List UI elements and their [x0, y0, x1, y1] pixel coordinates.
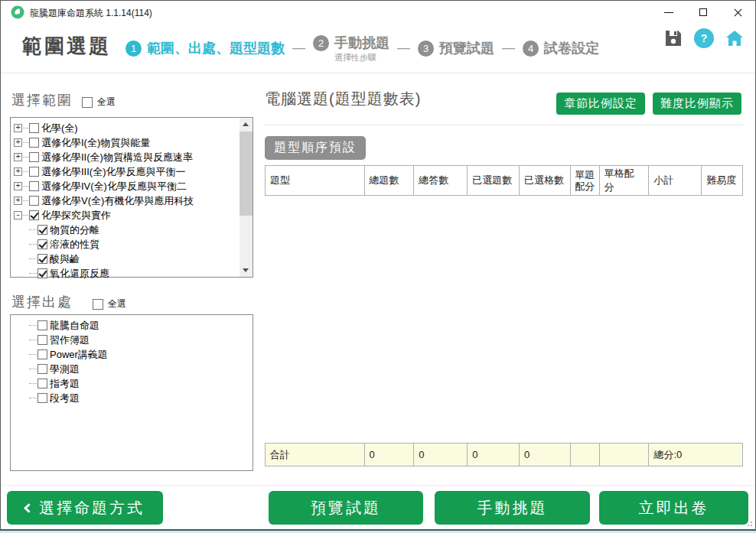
step-separator: —: [502, 38, 515, 58]
tree-item[interactable]: - 化學探究與實作: [14, 208, 237, 223]
totals-row: 合計 0 0 0 0 總分:0: [265, 443, 743, 466]
scope-select-all[interactable]: 全選: [82, 96, 116, 109]
checkbox[interactable]: [29, 167, 39, 177]
step-3-label: 預覽試題: [439, 38, 494, 58]
source-select-all[interactable]: 全選: [93, 297, 126, 310]
tree-item[interactable]: + 選修化學III(全)化學反應與平衡一: [14, 164, 237, 179]
close-button[interactable]: [721, 1, 755, 24]
expand-icon[interactable]: +: [14, 124, 22, 132]
expand-icon[interactable]: +: [14, 182, 22, 190]
selected-cells: 0: [520, 444, 571, 466]
minimize-button[interactable]: [652, 1, 686, 24]
checkbox[interactable]: [37, 335, 47, 345]
source-section-title: 選擇出處: [11, 293, 73, 311]
resize-grip[interactable]: [746, 520, 752, 526]
expand-icon[interactable]: +: [14, 138, 22, 147]
per-cell-score: [600, 444, 650, 466]
column-header: 總題數: [365, 166, 415, 195]
tree-item[interactable]: 酸與鹼: [14, 252, 237, 266]
tree-item[interactable]: + 化學(全): [14, 121, 237, 135]
manual-pick-button[interactable]: 手動挑題: [435, 491, 590, 525]
checkbox[interactable]: [37, 364, 47, 374]
total-questions: 0: [365, 444, 415, 466]
scrollbar[interactable]: [240, 118, 253, 277]
expand-icon[interactable]: +: [14, 167, 22, 176]
step-separator: —: [397, 38, 410, 58]
titlebar: 龍騰題庫命題系統 1.1.14(114): [1, 1, 755, 24]
tree-item[interactable]: + 選修化學I(全)物質與能量: [14, 135, 237, 150]
checkbox[interactable]: [37, 393, 47, 403]
select-all-label: 全選: [108, 297, 126, 310]
checkbox[interactable]: [29, 210, 39, 220]
tree-item[interactable]: 氧化還原反應: [14, 266, 237, 281]
window-controls: [652, 1, 755, 24]
list-item[interactable]: 龍騰自命題: [14, 318, 249, 333]
scroll-up-icon[interactable]: [240, 118, 253, 131]
checkbox[interactable]: [82, 97, 93, 108]
step-1-label: 範圍、出處、題型題數: [147, 38, 285, 58]
checkbox[interactable]: [93, 299, 103, 310]
help-icon[interactable]: ?: [694, 28, 714, 48]
list-item[interactable]: 學測題: [14, 362, 249, 376]
difficulty-ratio-button[interactable]: 難度比例顯示: [653, 93, 741, 115]
tree-item[interactable]: + 選修化學V(全)有機化學與應用科技: [14, 193, 237, 208]
minimize-icon: [664, 12, 673, 13]
column-header: 題型: [266, 166, 365, 195]
tree-item[interactable]: 物質的分離: [14, 223, 237, 237]
step-3: 3 預覽試題: [418, 38, 494, 58]
step-3-number: 3: [418, 41, 434, 57]
checkbox[interactable]: [29, 152, 39, 162]
checkbox[interactable]: [37, 349, 47, 359]
tree-item[interactable]: + 選修化學II(全)物質構造與反應速率: [14, 150, 237, 164]
chapter-ratio-button[interactable]: 章節比例設定: [556, 93, 645, 115]
total-answers: 0: [414, 444, 468, 466]
app-title: 龍騰題庫命題系統 1.1.14(114): [30, 7, 152, 20]
maximize-button[interactable]: [686, 1, 721, 24]
list-item[interactable]: 指考題: [14, 376, 249, 391]
checkbox[interactable]: [37, 320, 47, 330]
column-header: 難易度: [702, 166, 742, 195]
checkbox[interactable]: [37, 268, 47, 278]
checkbox[interactable]: [37, 225, 47, 235]
home-icon[interactable]: [725, 28, 745, 48]
table-header-row: 題型 總題數 總答數 已選題數 已選格數 單題配分 單格配分 小計 難易度: [265, 165, 743, 196]
step-4-number: 4: [523, 41, 539, 57]
generate-paper-button[interactable]: 立即出卷: [599, 491, 748, 525]
app-window: 龍騰題庫命題系統 1.1.14(114) 範圍選題 1 範圍、出處、題型題數 —…: [0, 0, 756, 531]
expand-icon[interactable]: +: [14, 153, 22, 161]
checkbox[interactable]: [37, 379, 47, 388]
scope-tree: + 化學(全) + 選修化學I(全)物質與能量 + 選修化學II(全)物質構造與…: [10, 117, 253, 278]
scroll-down-icon[interactable]: [240, 264, 253, 277]
checkbox[interactable]: [37, 239, 47, 249]
step-2-label: 手動挑題 選擇性步驟: [334, 33, 389, 63]
type-order-button[interactable]: 題型順序預設: [265, 136, 366, 160]
checkbox[interactable]: [37, 254, 47, 264]
column-header: 已選題數: [468, 166, 520, 195]
checkbox[interactable]: [29, 138, 39, 148]
list-item[interactable]: 習作簿題: [14, 333, 249, 347]
bottom-bar: 選擇命題方式 預覽試題 手動挑題 立即出卷: [1, 485, 755, 529]
step-2-sublabel: 選擇性步驟: [334, 53, 389, 63]
tree-item[interactable]: 溶液的性質: [14, 237, 237, 252]
tree-item[interactable]: + 選修化學IV(全)化學反應與平衡二: [14, 179, 237, 193]
checkbox[interactable]: [29, 196, 39, 206]
collapse-icon[interactable]: -: [14, 211, 22, 219]
back-button[interactable]: 選擇命題方式: [7, 491, 163, 525]
header-icons: ?: [663, 28, 745, 48]
totals-label: 合計: [266, 444, 365, 466]
checkbox[interactable]: [29, 123, 39, 133]
step-2-number: 2: [313, 35, 329, 51]
expand-icon[interactable]: +: [14, 197, 22, 205]
list-item[interactable]: 段考題: [14, 391, 249, 405]
scope-section-title: 選擇範圍: [11, 91, 73, 109]
checkbox[interactable]: [29, 181, 39, 191]
preview-questions-button[interactable]: 預覽試題: [269, 491, 423, 525]
select-all-label: 全選: [97, 96, 116, 109]
chevron-left-icon: [24, 503, 34, 513]
save-icon[interactable]: [663, 28, 683, 48]
scrollbar-thumb[interactable]: [240, 132, 253, 216]
list-item[interactable]: Power講義題: [14, 347, 249, 362]
total-score: 總分:0: [649, 444, 742, 466]
step-1-number: 1: [125, 41, 142, 57]
maximize-icon: [699, 8, 707, 16]
